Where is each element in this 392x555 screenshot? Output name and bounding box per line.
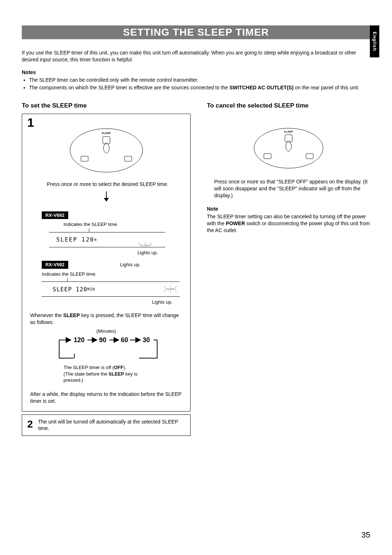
lights-up-692: Lights up. [27,250,158,256]
svg-rect-1 [103,137,110,144]
indicates-label-692: Indicates the SLEEP time. [64,221,185,228]
svg-point-0 [70,129,143,172]
step-2-text: The unit will be turned off automaticall… [38,418,185,432]
notes-list: The SLEEP timer can be controlled only w… [22,77,370,91]
display-592-text: SLEEP 120 [53,285,87,293]
down-arrow-icon [27,191,185,204]
sleep-button-label: SLEEP [102,132,111,134]
svg-marker-5 [104,198,109,202]
minutes-label: (Minutes) [27,328,185,335]
remote-sleep-diagram: SLEEP [66,121,146,176]
svg-text:30: 30 [143,336,150,344]
step-1-number: 1 [27,116,34,129]
cancel-note-paragraph: The SLEEP timer setting can also be canc… [207,213,370,234]
page-title: SETTING THE SLEEP TIMER [123,25,269,39]
svg-rect-3 [124,156,132,161]
page-number: 35 [362,530,370,540]
svg-text:SLEEP: SLEEP [284,130,293,133]
sleep-indicator-692: SLEEP ╲ ╱ │ [140,244,151,247]
press-instruction: Press once or more to select the desired… [47,181,185,188]
model-label-592: RX-V592 [42,261,68,269]
note-heading: Note [207,206,370,212]
step-2-box: 2 The unit will be turned off automatica… [22,414,191,436]
svg-rect-19 [306,154,313,159]
sleep-indicator-592: SLEEP ╲ ╱ ╱ ╲ │ │ [166,288,175,291]
notes-heading: Notes [22,69,370,76]
step-2-number: 2 [27,419,33,429]
svg-rect-18 [264,154,271,159]
svg-text:60: 60 [121,336,128,344]
note-item: The SLEEP timer can be controlled only w… [29,77,370,84]
note-item: The components on which the SLEEP timer … [29,84,370,91]
cancel-press-instruction: Press once or more so that "SLEEP OFF" a… [214,178,370,199]
remote-sleep-cancel-diagram: SLEEP [249,121,328,172]
display-692: SLEEP 120m SLEEP ╲ ╱ │ [49,232,165,247]
after-while-note: After a while, the display returns to th… [30,391,185,405]
svg-point-15 [254,128,323,168]
page-title-bar: SETTING THE SLEEP TIMER [22,25,370,39]
indicates-label-592: Indicates the SLEEP time. [42,271,185,278]
subhead-cancel: To cancel the selected SLEEP time [207,102,370,110]
svg-rect-17 [285,135,292,142]
step-1-box: 1 SLEEP Press once or more to select the… [22,114,191,411]
svg-text:90: 90 [99,336,106,344]
svg-text:120: 120 [74,336,85,344]
model-label-692: RX-V692 [42,211,68,219]
intro-paragraph: If you use the SLEEP timer of this unit,… [22,49,370,63]
off-state-note: The SLEEP timer is off (OFF). (The state… [64,364,143,384]
sleep-cycle-diagram: (Minutes) 120 90 60 30 [27,328,185,384]
lights-up-592: Lights up. [27,299,172,305]
lights-up-592-top: Lights up. [75,262,185,268]
sleep-key-paragraph: Whenever the SLEEP key is pressed, the S… [30,312,185,326]
language-tab: English [370,25,379,57]
subhead-set: To set the SLEEP time [22,102,191,110]
display-692-text: SLEEP 120 [56,236,94,244]
display-592: SLEEP 120MIN SLEEP ╲ ╱ ╱ ╲ │ │ [42,281,180,297]
svg-rect-2 [81,156,88,161]
